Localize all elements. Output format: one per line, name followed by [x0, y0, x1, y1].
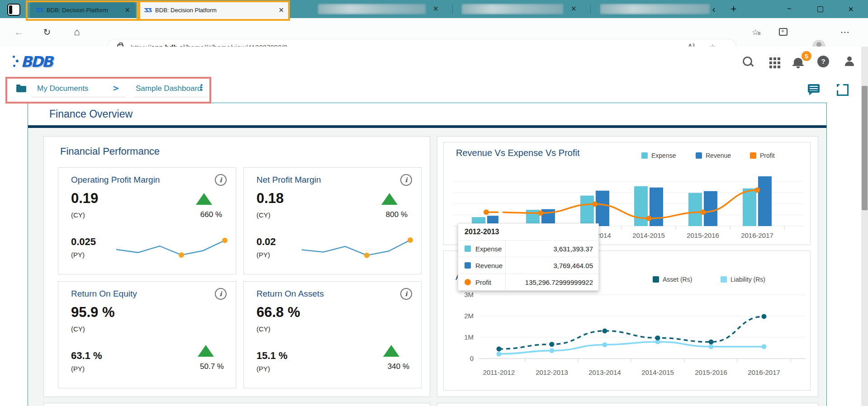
kpi-card-net-profit-margin: Net Profit Margin i 0.18 (CY) 800 % 0.02…	[243, 167, 422, 274]
kpi-py-label: (PY)	[71, 365, 85, 373]
tooltip-title: 2012-2013	[458, 224, 598, 241]
chart-tooltip: 2012-2013 Expense 3,631,393.37 Revenue 3…	[458, 223, 599, 291]
breadcrumb-sample-dashboard[interactable]: Sample Dashboard	[136, 84, 202, 93]
y-axis-label: 0	[454, 354, 474, 362]
kpi-delta: 800 %	[386, 210, 408, 219]
x-axis-label: 2013-2014	[578, 368, 632, 376]
tooltip-row-expense: Expense 3,631,393.37	[458, 241, 598, 257]
refresh-icon[interactable]	[38, 18, 56, 46]
tab-actions-menu-icon[interactable]	[7, 4, 20, 16]
browser-tab-5-redacted[interactable]	[600, 4, 710, 14]
scrollbar-thumb[interactable]	[862, 86, 868, 210]
trend-up-icon	[381, 193, 398, 205]
trend-up-icon	[198, 345, 214, 357]
bdb-logo[interactable]: BDB	[13, 53, 52, 71]
tooltip-label: Revenue	[475, 262, 505, 269]
user-profile-icon[interactable]	[840, 47, 859, 76]
kpi-sparkline	[114, 234, 228, 262]
tooltip-pointer	[498, 206, 510, 224]
kpi-cy-value: 0.19	[71, 190, 98, 207]
x-axis-label: 2011-2012	[472, 368, 526, 376]
browser-titlebar: ƷƷ BDB: Decision Platform × ƷƷ BDB: Deci…	[0, 0, 868, 18]
page-scrollbar[interactable]	[861, 47, 868, 406]
y-axis-label: 3M	[454, 291, 474, 298]
dashboard-canvas: Finance Overview Financial Performance O…	[28, 103, 827, 406]
kebab-menu-icon[interactable]: ⋮	[197, 82, 206, 92]
back-icon[interactable]	[10, 18, 28, 46]
breadcrumb-my-documents[interactable]: My Documents	[37, 84, 88, 93]
browser-tab-1[interactable]: ƷƷ BDB: Decision Platform ×	[30, 2, 136, 18]
browser-tab-3-redacted[interactable]	[318, 4, 426, 14]
info-icon[interactable]: i	[215, 288, 227, 300]
favorites-bar-icon[interactable]: ☆	[747, 18, 765, 46]
kpi-py-label: (PY)	[71, 251, 85, 259]
kpi-py-value: 63.1 %	[71, 350, 102, 362]
tab-close-icon[interactable]: ×	[433, 5, 439, 13]
title-underline-rule	[28, 125, 826, 128]
folder-icon	[16, 86, 26, 92]
x-axis-label: 2014-2015	[621, 231, 676, 239]
browser-tab-2-active[interactable]: ƷƷ BDB: Decision Platform ×	[138, 2, 289, 18]
apps-grid-icon[interactable]	[764, 47, 783, 76]
kpi-py-value: 15.1 %	[256, 350, 288, 362]
dashboard-header: Finance Overview	[28, 103, 826, 125]
chevron-right-icon: >	[113, 84, 119, 93]
kpi-py-label: (PY)	[256, 251, 270, 259]
bottom-panel-peek-left	[43, 403, 430, 406]
kpi-title: Operating Profit Margin	[71, 175, 160, 185]
notification-count-badge[interactable]: 5	[802, 51, 811, 61]
kpi-sparkline	[299, 234, 413, 262]
financial-performance-heading: Financial Performance	[60, 146, 160, 157]
kpi-card-return-on-assets: Return On Assets i 66.8 % (CY) 15.1 % (P…	[243, 281, 422, 388]
x-axis-label: 2016-2017	[737, 368, 791, 376]
profit-swatch	[465, 279, 471, 285]
kpi-py-value: 0.02	[256, 236, 276, 248]
tab-title: BDB: Decision Platform	[47, 7, 108, 14]
x-axis-label: 2015-2016	[676, 231, 730, 239]
tab-scroll-left-icon[interactable]	[706, 0, 722, 18]
logo-dots	[13, 54, 19, 70]
trend-up-icon	[383, 345, 399, 357]
fullscreen-icon[interactable]	[837, 84, 849, 96]
new-tab-button[interactable]	[725, 0, 743, 18]
kpi-delta: 660 %	[200, 210, 222, 219]
tooltip-row-profit: Profit 135,296.72999999922	[458, 274, 598, 290]
bdb-favicon: ƷƷ	[144, 7, 151, 14]
info-icon[interactable]: i	[400, 174, 412, 186]
kpi-cy-label: (CY)	[71, 325, 85, 333]
logo-text: BDB	[21, 53, 52, 71]
y-axis-label: 2M	[454, 312, 474, 320]
tab-close-icon[interactable]: ×	[571, 5, 577, 13]
tooltip-value: 135,296.72999999922	[505, 274, 598, 290]
tooltip-row-revenue: Revenue 3,769,464.05	[458, 257, 598, 274]
x-axis-label: 2012-2013	[525, 368, 579, 376]
financial-performance-panel: Financial Performance Operating Profit M…	[43, 136, 430, 397]
home-icon[interactable]	[68, 18, 86, 46]
browser-tab-4-redacted[interactable]	[461, 4, 564, 14]
tab-close-icon[interactable]: ×	[278, 6, 284, 14]
kpi-card-operating-profit-margin: Operating Profit Margin i 0.19 (CY) 660 …	[58, 167, 236, 274]
bdb-favicon: ƷƷ	[35, 7, 43, 14]
browser-toolbar: https://app.bdb.ai/home//#/home/view/412…	[0, 18, 868, 47]
breadcrumb: My Documents > Sample Dashboard ⋮	[0, 76, 868, 103]
window-minimize-button[interactable]	[779, 0, 800, 18]
info-icon[interactable]: i	[400, 288, 412, 300]
browser-menu-icon[interactable]	[836, 18, 854, 46]
kpi-py-label: (PY)	[256, 365, 270, 373]
window-close-button[interactable]	[840, 0, 861, 18]
search-icon[interactable]	[737, 47, 757, 76]
kpi-delta: 50.7 %	[200, 362, 224, 371]
window-restore-button[interactable]	[810, 0, 830, 18]
comments-icon[interactable]	[808, 84, 820, 93]
collections-icon[interactable]	[779, 28, 787, 36]
kpi-title: Return On Equity	[71, 289, 137, 299]
tab-close-icon[interactable]: ×	[124, 6, 130, 14]
kpi-cy-label: (CY)	[71, 211, 85, 219]
tab-title: BDB: Decision Platform	[155, 7, 217, 14]
kpi-title: Net Profit Margin	[256, 175, 321, 185]
tooltip-value: 3,631,393.37	[505, 241, 598, 257]
help-icon[interactable]: ?	[813, 47, 833, 76]
kpi-cy-value: 95.9 %	[71, 304, 115, 321]
sparkline-svg	[114, 234, 228, 262]
info-icon[interactable]: i	[215, 174, 227, 186]
